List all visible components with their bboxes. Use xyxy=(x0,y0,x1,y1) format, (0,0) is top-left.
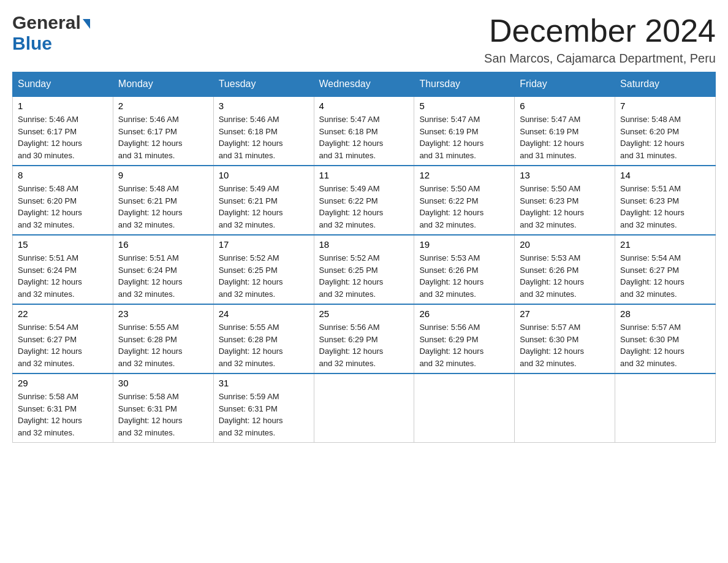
day-cell-27: 27 Sunrise: 5:57 AM Sunset: 6:30 PM Dayl… xyxy=(515,304,615,373)
day-number: 11 xyxy=(319,170,409,180)
day-number: 6 xyxy=(520,101,610,111)
header-tuesday: Tuesday xyxy=(213,72,314,97)
logo-general-text: General xyxy=(12,12,90,33)
day-cell-31: 31 Sunrise: 5:59 AM Sunset: 6:31 PM Dayl… xyxy=(213,373,314,443)
day-number: 12 xyxy=(419,170,509,180)
day-info: Sunrise: 5:53 AM Sunset: 6:26 PM Dayligh… xyxy=(520,252,610,300)
day-number: 4 xyxy=(319,101,409,111)
day-number: 5 xyxy=(419,101,509,111)
day-info: Sunrise: 5:50 AM Sunset: 6:22 PM Dayligh… xyxy=(419,183,509,231)
week-row-2: 8 Sunrise: 5:48 AM Sunset: 6:20 PM Dayli… xyxy=(13,166,716,235)
calendar-header-row: SundayMondayTuesdayWednesdayThursdayFrid… xyxy=(13,72,716,97)
day-cell-20: 20 Sunrise: 5:53 AM Sunset: 6:26 PM Dayl… xyxy=(515,235,615,304)
day-cell-21: 21 Sunrise: 5:54 AM Sunset: 6:27 PM Dayl… xyxy=(615,235,716,304)
empty-cell-w4-5 xyxy=(515,373,615,443)
location-text: San Marcos, Cajamarca Department, Peru xyxy=(484,52,716,66)
day-info: Sunrise: 5:48 AM Sunset: 6:21 PM Dayligh… xyxy=(118,183,208,231)
day-info: Sunrise: 5:58 AM Sunset: 6:31 PM Dayligh… xyxy=(18,391,108,439)
day-number: 31 xyxy=(219,378,309,388)
day-info: Sunrise: 5:52 AM Sunset: 6:25 PM Dayligh… xyxy=(219,252,309,300)
day-number: 16 xyxy=(118,239,208,250)
day-number: 14 xyxy=(620,170,710,180)
day-cell-13: 13 Sunrise: 5:50 AM Sunset: 6:23 PM Dayl… xyxy=(515,166,615,235)
day-info: Sunrise: 5:51 AM Sunset: 6:23 PM Dayligh… xyxy=(620,183,710,231)
day-number: 30 xyxy=(118,378,208,388)
day-cell-11: 11 Sunrise: 5:49 AM Sunset: 6:22 PM Dayl… xyxy=(314,166,414,235)
title-section: December 2024 San Marcos, Cajamarca Depa… xyxy=(484,12,716,66)
day-cell-17: 17 Sunrise: 5:52 AM Sunset: 6:25 PM Dayl… xyxy=(213,235,314,304)
month-title: December 2024 xyxy=(484,12,716,49)
day-number: 10 xyxy=(219,170,309,180)
day-cell-5: 5 Sunrise: 5:47 AM Sunset: 6:19 PM Dayli… xyxy=(414,96,515,166)
day-cell-26: 26 Sunrise: 5:56 AM Sunset: 6:29 PM Dayl… xyxy=(414,304,515,373)
header-sunday: Sunday xyxy=(13,72,113,97)
day-cell-4: 4 Sunrise: 5:47 AM Sunset: 6:18 PM Dayli… xyxy=(314,96,414,166)
day-cell-14: 14 Sunrise: 5:51 AM Sunset: 6:23 PM Dayl… xyxy=(615,166,716,235)
day-cell-16: 16 Sunrise: 5:51 AM Sunset: 6:24 PM Dayl… xyxy=(113,235,213,304)
day-number: 22 xyxy=(18,308,108,319)
day-number: 29 xyxy=(18,378,108,388)
day-number: 18 xyxy=(319,239,409,250)
logo-arrow-icon xyxy=(83,19,90,29)
day-cell-12: 12 Sunrise: 5:50 AM Sunset: 6:22 PM Dayl… xyxy=(414,166,515,235)
day-cell-23: 23 Sunrise: 5:55 AM Sunset: 6:28 PM Dayl… xyxy=(113,304,213,373)
day-cell-6: 6 Sunrise: 5:47 AM Sunset: 6:19 PM Dayli… xyxy=(515,96,615,166)
day-info: Sunrise: 5:57 AM Sunset: 6:30 PM Dayligh… xyxy=(520,321,610,369)
day-cell-22: 22 Sunrise: 5:54 AM Sunset: 6:27 PM Dayl… xyxy=(13,304,113,373)
header-wednesday: Wednesday xyxy=(314,72,414,97)
day-info: Sunrise: 5:51 AM Sunset: 6:24 PM Dayligh… xyxy=(18,252,108,300)
day-cell-8: 8 Sunrise: 5:48 AM Sunset: 6:20 PM Dayli… xyxy=(13,166,113,235)
day-number: 19 xyxy=(419,239,509,250)
day-number: 17 xyxy=(219,239,309,250)
header-monday: Monday xyxy=(113,72,213,97)
day-cell-10: 10 Sunrise: 5:49 AM Sunset: 6:21 PM Dayl… xyxy=(213,166,314,235)
day-info: Sunrise: 5:46 AM Sunset: 6:18 PM Dayligh… xyxy=(219,113,309,161)
header-saturday: Saturday xyxy=(615,72,716,97)
day-number: 3 xyxy=(219,101,309,111)
day-info: Sunrise: 5:55 AM Sunset: 6:28 PM Dayligh… xyxy=(219,321,309,369)
week-row-3: 15 Sunrise: 5:51 AM Sunset: 6:24 PM Dayl… xyxy=(13,235,716,304)
logo-top: General xyxy=(12,12,90,33)
header-friday: Friday xyxy=(515,72,615,97)
day-info: Sunrise: 5:49 AM Sunset: 6:22 PM Dayligh… xyxy=(319,183,409,231)
day-info: Sunrise: 5:52 AM Sunset: 6:25 PM Dayligh… xyxy=(319,252,409,300)
week-row-4: 22 Sunrise: 5:54 AM Sunset: 6:27 PM Dayl… xyxy=(13,304,716,373)
day-info: Sunrise: 5:55 AM Sunset: 6:28 PM Dayligh… xyxy=(118,321,208,369)
logo-blue-text: Blue xyxy=(12,33,52,53)
week-row-1: 1 Sunrise: 5:46 AM Sunset: 6:17 PM Dayli… xyxy=(13,96,716,166)
day-number: 28 xyxy=(620,308,710,319)
day-number: 20 xyxy=(520,239,610,250)
day-info: Sunrise: 5:50 AM Sunset: 6:23 PM Dayligh… xyxy=(520,183,610,231)
day-cell-9: 9 Sunrise: 5:48 AM Sunset: 6:21 PM Dayli… xyxy=(113,166,213,235)
header-thursday: Thursday xyxy=(414,72,515,97)
day-info: Sunrise: 5:57 AM Sunset: 6:30 PM Dayligh… xyxy=(620,321,710,369)
day-cell-7: 7 Sunrise: 5:48 AM Sunset: 6:20 PM Dayli… xyxy=(615,96,716,166)
day-number: 25 xyxy=(319,308,409,319)
day-number: 26 xyxy=(419,308,509,319)
day-cell-1: 1 Sunrise: 5:46 AM Sunset: 6:17 PM Dayli… xyxy=(13,96,113,166)
day-info: Sunrise: 5:59 AM Sunset: 6:31 PM Dayligh… xyxy=(219,391,309,439)
day-info: Sunrise: 5:47 AM Sunset: 6:19 PM Dayligh… xyxy=(419,113,509,161)
day-info: Sunrise: 5:56 AM Sunset: 6:29 PM Dayligh… xyxy=(319,321,409,369)
day-cell-2: 2 Sunrise: 5:46 AM Sunset: 6:17 PM Dayli… xyxy=(113,96,213,166)
day-info: Sunrise: 5:54 AM Sunset: 6:27 PM Dayligh… xyxy=(18,321,108,369)
day-cell-25: 25 Sunrise: 5:56 AM Sunset: 6:29 PM Dayl… xyxy=(314,304,414,373)
day-number: 27 xyxy=(520,308,610,319)
day-cell-18: 18 Sunrise: 5:52 AM Sunset: 6:25 PM Dayl… xyxy=(314,235,414,304)
day-number: 15 xyxy=(18,239,108,250)
day-number: 7 xyxy=(620,101,710,111)
day-info: Sunrise: 5:48 AM Sunset: 6:20 PM Dayligh… xyxy=(18,183,108,231)
day-info: Sunrise: 5:47 AM Sunset: 6:18 PM Dayligh… xyxy=(319,113,409,161)
day-cell-28: 28 Sunrise: 5:57 AM Sunset: 6:30 PM Dayl… xyxy=(615,304,716,373)
day-number: 23 xyxy=(118,308,208,319)
day-number: 1 xyxy=(18,101,108,111)
day-info: Sunrise: 5:51 AM Sunset: 6:24 PM Dayligh… xyxy=(118,252,208,300)
day-info: Sunrise: 5:58 AM Sunset: 6:31 PM Dayligh… xyxy=(118,391,208,439)
day-number: 2 xyxy=(118,101,208,111)
empty-cell-w4-3 xyxy=(314,373,414,443)
day-number: 8 xyxy=(18,170,108,180)
logo: General Blue xyxy=(12,12,90,54)
day-cell-15: 15 Sunrise: 5:51 AM Sunset: 6:24 PM Dayl… xyxy=(13,235,113,304)
day-info: Sunrise: 5:46 AM Sunset: 6:17 PM Dayligh… xyxy=(18,113,108,161)
day-cell-24: 24 Sunrise: 5:55 AM Sunset: 6:28 PM Dayl… xyxy=(213,304,314,373)
